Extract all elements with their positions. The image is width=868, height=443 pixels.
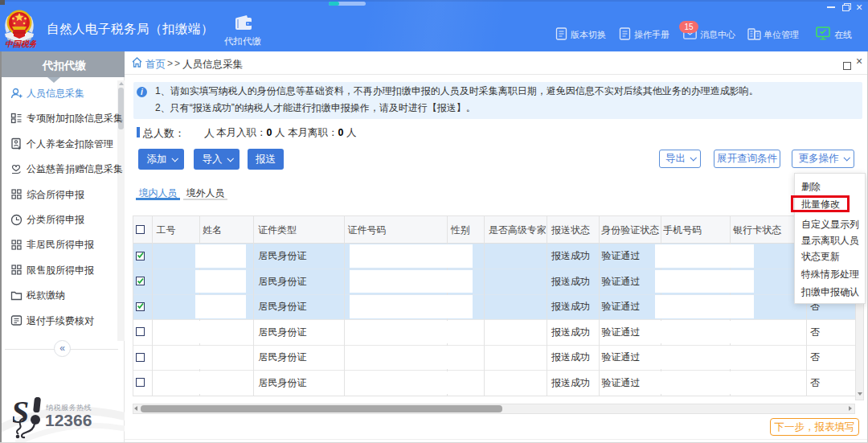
svg-text:中国税务: 中国税务	[5, 39, 36, 48]
